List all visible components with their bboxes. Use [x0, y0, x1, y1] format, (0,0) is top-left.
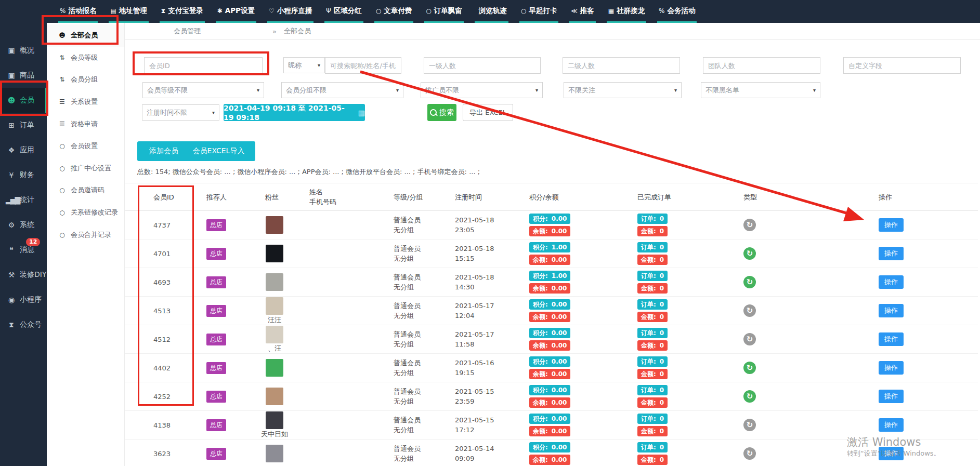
- link-icon: %: [60, 7, 66, 15]
- member-group: 无分组: [394, 311, 455, 321]
- avatar[interactable]: [266, 411, 283, 429]
- top-nav-item[interactable]: % 活动报名: [58, 0, 98, 23]
- date-range-button[interactable]: 2021-04-19 09:18 至 2021-05-19 09:18 ▦: [224, 104, 365, 121]
- sidebar-item[interactable]: ⊞ 订单: [0, 113, 47, 138]
- nickname-search-input[interactable]: [325, 57, 401, 74]
- excel-import-button[interactable]: 会员EXCEL导入: [182, 141, 255, 161]
- sidebar-item[interactable]: ☻ 会员: [0, 88, 47, 113]
- top-nav-item[interactable]: ⧗ 支付宝登录: [160, 0, 205, 23]
- chevron-down-icon: ▾: [212, 110, 215, 115]
- search-button[interactable]: 搜索: [427, 104, 456, 121]
- sort-alpha-icon: ⇅: [58, 76, 66, 83]
- top-nav-label: 区域分红: [334, 6, 362, 16]
- avatar[interactable]: [266, 359, 283, 377]
- action-button[interactable]: 操作: [879, 447, 904, 460]
- team-count-input[interactable]: [703, 57, 820, 74]
- member-level-select[interactable]: 会员等级不限▾: [142, 82, 264, 98]
- link-icon: %: [659, 7, 664, 15]
- member-id-input[interactable]: [144, 57, 263, 74]
- follow-filter-select[interactable]: 不限关注▾: [564, 82, 682, 98]
- top-nav-item[interactable]: Ψ 区域分红: [324, 0, 363, 23]
- sidebar-item[interactable]: ¥ 财务: [0, 163, 47, 188]
- submenu-item[interactable]: ⇅ 会员分组: [47, 69, 124, 91]
- table-row: 4737 总店 普通会员 无分组: [125, 211, 978, 239]
- submenu-item[interactable]: ☰ 关系设置: [47, 91, 124, 113]
- level1-count-input[interactable]: [424, 57, 541, 74]
- avatar[interactable]: [266, 326, 283, 343]
- sidebar-item[interactable]: ◉ 小程序: [0, 287, 47, 312]
- submenu-item[interactable]: ○ 推广中心设置: [47, 157, 124, 180]
- top-nav-item[interactable]: ▤ 地址管理: [109, 0, 148, 23]
- member-id-cell: 4737: [125, 221, 205, 229]
- sidebar-item[interactable]: ▣ 概况: [0, 38, 47, 63]
- level2-count-input[interactable]: [563, 57, 680, 74]
- submenu-item[interactable]: ○ 会员设置: [47, 135, 124, 157]
- member-admin-page: % 活动报名 ▤ 地址管理 ⧗ 支付宝登录 ✱ APP设置 ♡ 小程序直播: [0, 0, 980, 466]
- action-button[interactable]: 操作: [879, 304, 904, 317]
- avatar[interactable]: [266, 245, 283, 262]
- avatar[interactable]: [266, 388, 283, 405]
- points-badge: 积分: 0.00: [529, 442, 570, 452]
- hourglass-icon: ⧗: [161, 7, 165, 15]
- top-nav-item[interactable]: ♡ 小程序直播: [267, 0, 313, 23]
- top-nav-item[interactable]: ○ 早起打卡: [519, 0, 558, 23]
- sidebar-item[interactable]: ▂▅▇ 统计: [0, 188, 47, 212]
- avatar[interactable]: [266, 273, 283, 291]
- member-group-select[interactable]: 会员分组不限▾: [281, 82, 403, 98]
- sidebar-item[interactable]: ⧗ 公众号: [0, 312, 47, 337]
- action-button[interactable]: 操作: [879, 218, 904, 232]
- register-time-select[interactable]: 注册时间不限▾: [142, 104, 219, 121]
- table-header-cell: 操作: [795, 192, 978, 202]
- submenu-item[interactable]: ○ 会员合并记录: [47, 223, 124, 246]
- main-sidebar: ▣ 概况 ▣ 商品 ☻ 会员 ⊞ 订单: [0, 23, 47, 466]
- sidebar-item-label: 统计: [20, 195, 34, 205]
- overview-icon: ▣: [6, 46, 16, 55]
- action-button[interactable]: 操作: [879, 332, 904, 346]
- top-nav-item[interactable]: % 会务活动: [657, 0, 697, 23]
- sidebar-item[interactable]: ⚙ 系统: [0, 212, 47, 237]
- action-button[interactable]: 操作: [879, 418, 904, 432]
- table-header: 会员ID 推荐人 粉丝 姓名 手机号码: [125, 183, 978, 211]
- top-nav-label: 会务活动: [667, 6, 695, 16]
- referrer-badge: 总店: [206, 219, 226, 231]
- action-button[interactable]: 操作: [879, 361, 904, 375]
- top-nav-item[interactable]: ≪ 推客: [569, 0, 596, 23]
- sidebar-item[interactable]: ❝ 消息 12: [0, 237, 47, 262]
- action-button[interactable]: 操作: [879, 275, 904, 289]
- sidebar-item[interactable]: ⚒ 装修DIY: [0, 262, 47, 287]
- sidebar-item[interactable]: ❖ 应用: [0, 138, 47, 163]
- avatar[interactable]: [266, 297, 283, 315]
- promoter-select[interactable]: 推广员不限▾: [421, 82, 543, 98]
- export-excel-button[interactable]: 导出 EXCEL: [463, 104, 513, 121]
- sidebar-item-label: 小程序: [20, 295, 42, 304]
- submenu-item-label: 关系设置: [71, 97, 98, 106]
- top-nav: % 活动报名 ▤ 地址管理 ⧗ 支付宝登录 ✱ APP设置 ♡ 小程序直播: [0, 0, 980, 23]
- avatar[interactable]: [266, 445, 283, 462]
- amount-badge: 金额: 0: [637, 455, 668, 465]
- top-nav-item[interactable]: 浏览轨迹: [475, 0, 508, 23]
- table-header-cell: 已完成订单: [637, 192, 738, 202]
- top-nav-item[interactable]: ○ 文章付费: [374, 0, 413, 23]
- sidebar-item[interactable]: ▣ 商品: [0, 63, 47, 88]
- top-nav-item[interactable]: ✱ APP设置: [216, 0, 256, 23]
- custom-field-input[interactable]: [843, 57, 961, 74]
- register-time: 17:12: [455, 425, 528, 435]
- nickname-type-select[interactable]: 昵称 ▾: [283, 57, 325, 73]
- balance-badge: 余额: 0.00: [529, 426, 570, 436]
- submenu-item[interactable]: ☰ 资格申请: [47, 113, 124, 135]
- submenu-item[interactable]: ⇅ 会员等级: [47, 47, 124, 69]
- chevron-down-icon: ▾: [396, 87, 399, 93]
- table-row: 4512 总店 、汪 普通会员 无分组: [125, 325, 978, 354]
- blacklist-filter-select[interactable]: 不限黑名单▾: [701, 82, 820, 98]
- action-button[interactable]: 操作: [879, 247, 904, 260]
- action-button[interactable]: 操作: [879, 390, 904, 403]
- top-nav-item[interactable]: ▦ 社群接龙: [607, 0, 646, 23]
- top-nav-label: 地址管理: [119, 6, 147, 16]
- submenu-item[interactable]: ○ 会员邀请码: [47, 179, 124, 202]
- submenu-item[interactable]: ☻ 全部会员: [47, 24, 124, 47]
- submenu-item[interactable]: ○ 关系链修改记录: [47, 202, 124, 224]
- avatar[interactable]: [266, 216, 283, 234]
- top-nav-item[interactable]: ○ 订单飘窗: [424, 0, 463, 23]
- chart-icon: ▂▅▇: [6, 196, 16, 204]
- wechat-type-icon: ↻: [743, 333, 756, 345]
